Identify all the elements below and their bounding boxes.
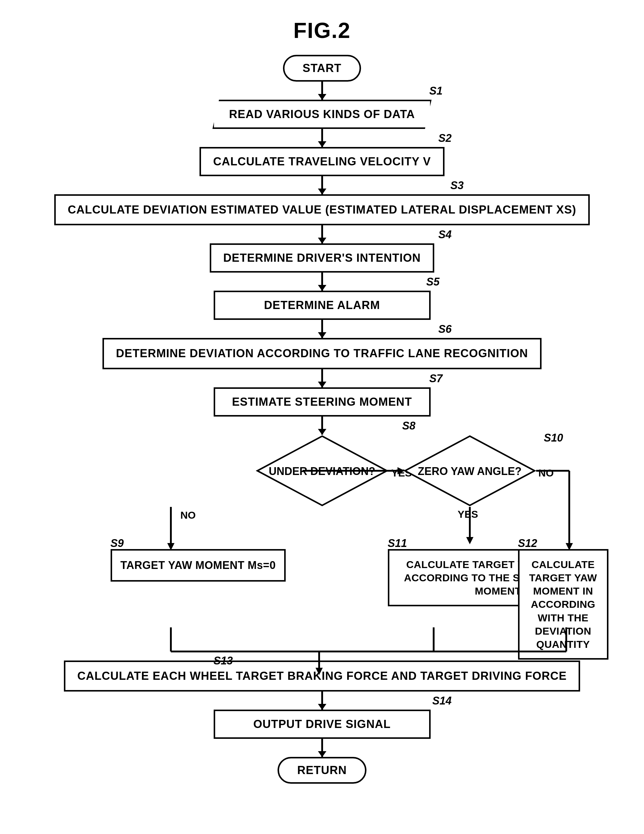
s13-label: S13 — [214, 655, 233, 667]
page-title: FIG.2 — [293, 0, 351, 55]
s5-box: DETERMINE ALARM — [214, 291, 430, 320]
s14-label: S14 — [432, 695, 451, 707]
s5-label: S5 — [426, 276, 439, 288]
s8-label: S8 — [402, 420, 415, 432]
s7-box: ESTIMATE STEERING MOMENT — [214, 387, 430, 417]
s1-box: READ VARIOUS KINDS OF DATA — [212, 100, 432, 129]
s3-label: S3 — [450, 179, 463, 192]
s4-box: DETERMINE DRIVER'S INTENTION — [210, 243, 435, 273]
return-node: RETURN — [278, 757, 366, 784]
s6-label: S6 — [438, 323, 451, 336]
s14-box: OUTPUT DRIVE SIGNAL — [214, 710, 430, 739]
s7-label: S7 — [429, 372, 442, 385]
s2-label: S2 — [438, 132, 451, 145]
merge-down-arrow — [36, 435, 608, 669]
s6-box: DETERMINE DEVIATION ACCORDING TO TRAFFIC… — [102, 338, 542, 369]
start-node: START — [283, 55, 361, 82]
s4-label: S4 — [438, 228, 451, 241]
s3-box: CALCULATE DEVIATION ESTIMATED VALUE (EST… — [54, 194, 590, 225]
s1-label: S1 — [429, 85, 442, 97]
s2-box: CALCULATE TRAVELING VELOCITY V — [199, 147, 444, 176]
